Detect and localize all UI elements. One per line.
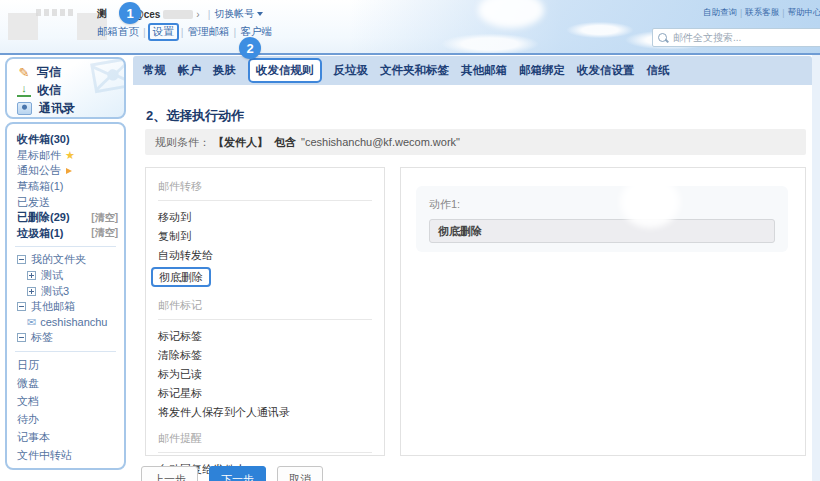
folder-starred[interactable]: 星标邮件 ★ (7, 148, 124, 164)
sidebar-item-file-transfer[interactable]: 文件中转站 (7, 447, 124, 465)
separator: | (782, 8, 784, 18)
contacts-button[interactable]: 通讯录 (7, 99, 124, 117)
action-group-header-notify: 邮件提醒 (158, 430, 372, 446)
divider (15, 246, 116, 247)
sidebar-item-docs[interactable]: 文档 (7, 393, 124, 411)
action-mark-star[interactable]: 标记星标 (158, 384, 372, 403)
receive-mail-button[interactable]: ↓ 收信 (7, 81, 124, 99)
folder-deleted[interactable]: 已删除(29) [清空] (7, 210, 124, 226)
receive-icon: ↓ (17, 84, 31, 97)
separator: | (740, 8, 742, 18)
next-step-button[interactable]: 下一步 (209, 466, 266, 481)
empty-folder-link[interactable]: [清空] (91, 211, 118, 225)
step-callout-2: 2 (239, 37, 261, 59)
tab-folders-labels[interactable]: 文件夹和标签 (380, 63, 449, 78)
prev-step-button[interactable]: 上一步 (141, 466, 198, 481)
action-save-sender-to-contacts[interactable]: 将发件人保存到个人通讯录 (158, 403, 372, 422)
tree-labels[interactable]: 标签 (7, 330, 124, 346)
tab-antispam[interactable]: 反垃圾 (334, 63, 369, 78)
empty-folder-link[interactable]: [清空] (91, 226, 118, 240)
separator: | (233, 26, 236, 38)
action-1-value-field[interactable]: 彻底删除 (429, 219, 775, 243)
account-expand-arrow-icon[interactable]: › (196, 9, 199, 20)
collapse-icon[interactable] (17, 255, 26, 264)
action-group-header-transfer: 邮件转移 (158, 178, 372, 194)
tree-other-mailboxes[interactable]: 其他邮箱 (7, 299, 124, 315)
tab-other-mailboxes[interactable]: 其他邮箱 (461, 63, 507, 78)
action-auto-forward[interactable]: 自动转发给 (158, 246, 372, 265)
nav-mailbox-home[interactable]: 邮箱首页 (97, 25, 139, 39)
compose-icon: ✎ (17, 65, 31, 80)
separator: | (143, 26, 146, 38)
page-right-margin (812, 55, 820, 481)
self-query-link[interactable]: 自助查询 (703, 7, 737, 19)
tab-send-receive-settings[interactable]: 收发信设置 (577, 63, 635, 78)
mail-search-box[interactable] (652, 28, 820, 47)
action-copy-to[interactable]: 复制到 (158, 227, 372, 246)
wizard-buttons: 上一步 下一步 取消 (141, 466, 323, 481)
divider (158, 452, 372, 453)
rule-condition-bar: 规则条件： 【发件人】 包含 "ceshishanchu@kf.wecom.wo… (145, 129, 806, 155)
sidebar-item-todo[interactable]: 待办 (7, 411, 124, 429)
tab-mail-rules-active[interactable]: 收发信规则 (248, 58, 322, 83)
logo-text-blurred (36, 9, 76, 16)
action-move-to[interactable]: 移动到 (158, 208, 372, 227)
search-icon (658, 33, 667, 42)
sidebar-item-weidrive[interactable]: 微盘 (7, 375, 124, 393)
folder-drafts[interactable]: 草稿箱(1) (7, 179, 124, 195)
tree-account-ceshishanchu[interactable]: ✉ ceshishanchu (7, 315, 124, 331)
rule-condition-label: 规则条件： (155, 135, 210, 150)
speaker-icon (66, 168, 75, 174)
tab-mailbox-binding[interactable]: 邮箱绑定 (519, 63, 565, 78)
tree-folder-test3[interactable]: 测试3 (7, 283, 124, 299)
folder-sent[interactable]: 已发送 (7, 194, 124, 210)
step-callout-1: 1 (119, 2, 141, 24)
nav-settings[interactable]: 设置 (153, 25, 174, 37)
chevron-down-icon (257, 12, 263, 19)
action-tag-label[interactable]: 标记标签 (158, 327, 372, 346)
compose-mail-button[interactable]: ✎ 写信 (7, 63, 124, 81)
rule-condition-operator: 包含 (274, 135, 296, 150)
logo-redacted-block (8, 13, 38, 40)
search-input[interactable] (671, 31, 816, 44)
sidebar-item-calendar[interactable]: 日历 (7, 357, 124, 375)
expand-icon[interactable] (27, 287, 36, 296)
separator: | (181, 26, 184, 38)
tab-account[interactable]: 帐户 (178, 63, 201, 78)
tree-folder-test[interactable]: 测试 (7, 268, 124, 284)
account-name-fragment: 测 (97, 7, 107, 21)
divider (15, 351, 116, 352)
settings-tabbar: 常规 帐户 换肤 收发信规则 反垃圾 文件夹和标签 其他邮箱 邮箱绑定 收发信设… (133, 56, 812, 85)
action-clear-label[interactable]: 清除标签 (158, 346, 372, 365)
action-mark-read[interactable]: 标为已读 (158, 365, 372, 384)
folder-announcements[interactable]: 通知公告 (7, 163, 124, 179)
expand-icon[interactable] (27, 271, 36, 280)
folder-inbox[interactable]: 收件箱(30) (7, 132, 124, 148)
action-type-list-panel: 邮件转移 移动到 复制到 自动转发给 彻底删除 邮件标记 标记标签 清除标签 标… (145, 167, 385, 456)
divider (158, 200, 372, 201)
contacts-icon (17, 102, 32, 115)
account-email-redacted (163, 10, 193, 19)
tab-skin[interactable]: 换肤 (213, 63, 236, 78)
sidebar-folder-box: 收件箱(30) 星标邮件 ★ 通知公告 草稿箱(1) 已发送 已删除(29) [… (5, 122, 126, 470)
action-detail-panel: 动作1: 彻底删除 (400, 167, 806, 456)
help-center-link[interactable]: 帮助中心 (787, 7, 820, 19)
tab-general[interactable]: 常规 (143, 63, 166, 78)
collapse-icon[interactable] (17, 333, 26, 342)
cancel-button[interactable]: 取消 (277, 466, 323, 481)
tree-my-folders[interactable]: 我的文件夹 (7, 252, 124, 268)
redaction-blob (620, 176, 680, 228)
rule-condition-value: "ceshishanchu@kf.wecom.work" (301, 136, 460, 148)
nav-manage-mailbox[interactable]: 管理邮箱 (187, 25, 229, 39)
rule-condition-field: 【发件人】 (213, 135, 268, 150)
collapse-icon[interactable] (17, 302, 26, 311)
divider (158, 319, 372, 320)
tab-stationery[interactable]: 信纸 (647, 63, 670, 78)
folder-spam[interactable]: 垃圾箱(1) [清空] (7, 226, 124, 242)
action-delete-completely-annotated[interactable]: 彻底删除 (151, 267, 211, 287)
help-links: 自助查询 | 联系客服 | 帮助中心 | 退出 (703, 7, 820, 19)
switch-account-link[interactable]: 切换帐号 (214, 7, 263, 21)
action-group-header-mark: 邮件标记 (158, 297, 372, 313)
contact-support-link[interactable]: 联系客服 (745, 7, 779, 19)
sidebar-item-notes[interactable]: 记事本 (7, 429, 124, 447)
